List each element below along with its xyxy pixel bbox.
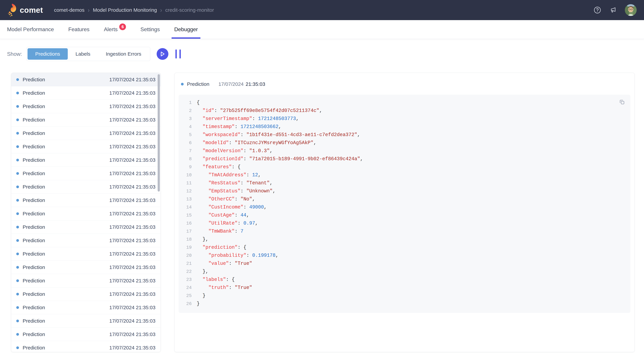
- prediction-row-label: Prediction: [23, 157, 45, 163]
- json-token: "prediction": [202, 244, 238, 252]
- play-button[interactable]: [157, 48, 168, 60]
- prediction-row-label: Prediction: [23, 117, 45, 123]
- prediction-row-label: Prediction: [23, 291, 45, 297]
- json-token: {: [197, 99, 200, 107]
- comet-logo[interactable]: comet: [6, 3, 43, 17]
- prediction-list-item[interactable]: Prediction17/07/2024 21:35:03: [11, 73, 160, 86]
- prediction-list-item[interactable]: Prediction17/07/2024 21:35:03: [11, 314, 160, 328]
- segment-ingestion-errors[interactable]: Ingestion Errors: [98, 48, 149, 60]
- prediction-list-item[interactable]: Prediction17/07/2024 21:35:03: [11, 194, 160, 207]
- detail-time: 21:35:03: [246, 81, 265, 87]
- tab-settings[interactable]: Settings: [140, 20, 160, 39]
- prediction-dot-icon: [16, 320, 19, 322]
- json-token: [197, 260, 208, 268]
- json-token: :: [238, 219, 244, 227]
- json-code-line: 15 "CustAge": 44,: [178, 211, 630, 219]
- prediction-list-item[interactable]: Prediction17/07/2024 21:35:03: [11, 261, 160, 274]
- json-token: "features": [202, 163, 232, 171]
- json-token: 49000: [249, 203, 264, 211]
- segment-predictions[interactable]: Predictions: [28, 48, 68, 60]
- prediction-list-item[interactable]: Prediction17/07/2024 21:35:03: [11, 207, 160, 220]
- json-code-line: 10 "TmAtAddress": 12,: [178, 171, 630, 179]
- user-avatar[interactable]: [625, 4, 636, 16]
- segment-labels[interactable]: Labels: [68, 48, 98, 60]
- prediction-row-timestamp: 17/07/2024 21:35:03: [109, 265, 156, 270]
- tab-model-performance[interactable]: Model Performance: [7, 20, 54, 39]
- json-code-line: 16 "UtilRate": 0.97,: [178, 219, 630, 227]
- json-token: "serverTimestamp": [202, 115, 252, 123]
- json-code-line: 5 "workspaceId": "1b1f431e-d551-4cd3-ae1…: [178, 131, 630, 139]
- help-icon[interactable]: [593, 6, 602, 14]
- json-token: [197, 252, 208, 260]
- breadcrumb-item[interactable]: credit-scoring-monitor: [165, 7, 214, 13]
- prediction-row-label: Prediction: [23, 77, 45, 82]
- line-number: 1: [178, 99, 192, 107]
- breadcrumb: comet-demos›Model Production Monitoring›…: [54, 7, 214, 13]
- prediction-list-item[interactable]: Prediction17/07/2024 21:35:03: [11, 274, 160, 287]
- json-token: "labels": [202, 276, 226, 284]
- prediction-row-timestamp: 17/07/2024 21:35:03: [109, 238, 156, 243]
- json-token: "1b1f431e-d551-4cd3-ae11-c7efd2dea372": [246, 131, 357, 139]
- prediction-dot-icon: [16, 199, 19, 202]
- prediction-row-label: Prediction: [23, 184, 45, 190]
- prediction-list-item[interactable]: Prediction17/07/2024 21:35:03: [11, 220, 160, 234]
- prediction-list-item[interactable]: Prediction17/07/2024 21:35:03: [11, 341, 160, 352]
- prediction-list-item[interactable]: Prediction17/07/2024 21:35:03: [11, 301, 160, 314]
- prediction-row-timestamp: 17/07/2024 21:35:03: [109, 104, 156, 109]
- prediction-row-label: Prediction: [23, 130, 45, 136]
- prediction-list-item[interactable]: Prediction17/07/2024 21:35:03: [11, 328, 160, 341]
- json-token: :: [240, 179, 246, 187]
- line-number: 11: [178, 179, 192, 187]
- breadcrumb-item[interactable]: Model Production Monitoring: [93, 7, 157, 13]
- prediction-list-item[interactable]: Prediction17/07/2024 21:35:03: [11, 287, 160, 301]
- json-token: :: [246, 171, 252, 179]
- prediction-row-label: Prediction: [23, 305, 45, 310]
- json-token: 7: [240, 227, 243, 236]
- json-code-line: 6 "modelId": "ITCuzncJYMsreyWGfYoAg5AkP"…: [178, 139, 630, 147]
- pause-button[interactable]: [174, 48, 182, 59]
- line-number: 7: [178, 147, 192, 155]
- tab-features[interactable]: Features: [68, 20, 90, 39]
- prediction-list-item[interactable]: Prediction17/07/2024 21:35:03: [11, 113, 160, 126]
- prediction-dot-icon: [16, 293, 19, 296]
- json-token: [197, 139, 202, 147]
- json-token: :: [240, 187, 246, 195]
- json-token: :: [243, 147, 249, 155]
- json-token: "OtherCC": [208, 195, 235, 203]
- prediction-row-timestamp: 17/07/2024 21:35:03: [109, 318, 156, 324]
- json-code-line: 26}: [178, 300, 630, 308]
- prediction-row-timestamp: 17/07/2024 21:35:03: [109, 332, 156, 337]
- prediction-row-timestamp: 17/07/2024 21:35:03: [109, 184, 156, 190]
- json-token: "CustIncome": [208, 203, 244, 211]
- list-scrollbar-thumb[interactable]: [158, 74, 160, 192]
- json-token: },: [197, 268, 208, 276]
- tab-debugger[interactable]: Debugger: [174, 20, 198, 39]
- prediction-row-label: Prediction: [23, 278, 45, 284]
- json-token: [197, 244, 202, 252]
- prediction-list-item[interactable]: Prediction17/07/2024 21:35:03: [11, 100, 160, 113]
- prediction-list-item[interactable]: Prediction17/07/2024 21:35:03: [11, 247, 160, 261]
- json-token: 0.199178: [252, 252, 276, 260]
- json-code-line: 18 },: [178, 236, 630, 244]
- prediction-list-item[interactable]: Prediction17/07/2024 21:35:03: [11, 153, 160, 167]
- prediction-list-item[interactable]: Prediction17/07/2024 21:35:03: [11, 234, 160, 247]
- prediction-list-item[interactable]: Prediction17/07/2024 21:35:03: [11, 167, 160, 180]
- prediction-list-item[interactable]: Prediction17/07/2024 21:35:03: [11, 126, 160, 140]
- prediction-row-timestamp: 17/07/2024 21:35:03: [109, 117, 156, 123]
- prediction-list-item[interactable]: Prediction17/07/2024 21:35:03: [11, 86, 160, 100]
- tab-alerts[interactable]: Alerts6: [104, 20, 126, 39]
- json-token: 0.97: [243, 219, 255, 227]
- copy-json-button[interactable]: [619, 99, 626, 105]
- detail-header: Prediction 17/07/2024 21:35:03: [174, 73, 634, 87]
- prediction-list-item[interactable]: Prediction17/07/2024 21:35:03: [11, 140, 160, 153]
- active-tab-underline: [172, 37, 200, 39]
- prediction-dot-icon: [16, 172, 19, 175]
- breadcrumb-item[interactable]: comet-demos: [54, 7, 84, 13]
- json-token: : {: [232, 163, 240, 171]
- prediction-list-item[interactable]: Prediction17/07/2024 21:35:03: [11, 180, 160, 194]
- json-token: "workspaceId": [202, 131, 240, 139]
- line-number: 4: [178, 123, 192, 131]
- json-token: :: [214, 107, 220, 115]
- announcements-icon[interactable]: [609, 6, 617, 14]
- prediction-detail-panel: Prediction 17/07/2024 21:35:03 1{2 "id":…: [174, 73, 634, 352]
